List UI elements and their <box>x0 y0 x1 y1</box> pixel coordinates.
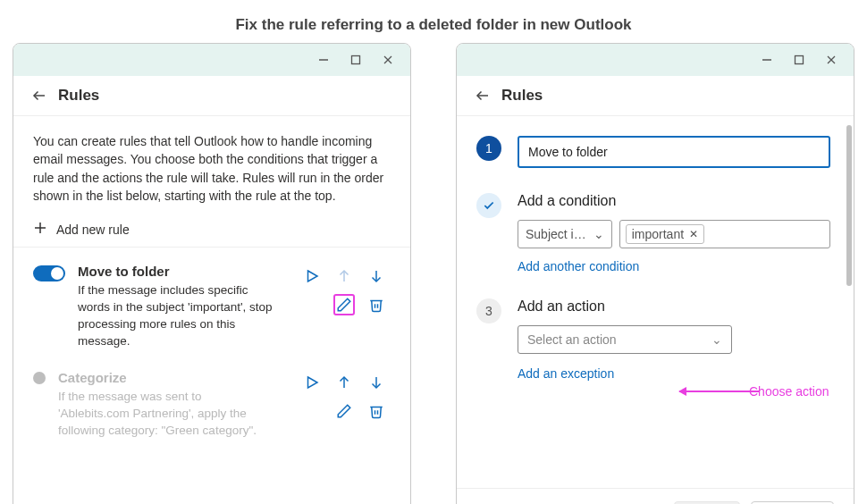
move-down-icon[interactable] <box>366 372 387 393</box>
rule-editor-window: Rules 1 Add a condition Subject i… <box>456 43 854 504</box>
step-badge-1: 1 <box>476 136 501 161</box>
window-titlebar <box>457 44 854 76</box>
back-arrow-icon[interactable] <box>31 88 47 104</box>
rule-toggle[interactable] <box>33 265 65 281</box>
edit-icon[interactable] <box>333 294 355 315</box>
remove-tag-icon[interactable]: ✕ <box>689 228 698 240</box>
condition-field-select[interactable]: Subject i… ⌄ <box>518 220 612 248</box>
rule-item: Categorize If the message was sent to 'A… <box>33 354 391 443</box>
svg-rect-18 <box>795 56 804 64</box>
move-down-icon[interactable] <box>366 265 387 287</box>
step-badge-check-icon <box>476 193 501 218</box>
plus-icon <box>33 221 47 238</box>
rule-name: Move to folder <box>78 264 289 279</box>
add-rule-button[interactable]: Add new rule <box>33 221 391 238</box>
panel-header: Rules <box>457 76 854 116</box>
edit-icon[interactable] <box>333 400 355 422</box>
minimize-icon[interactable] <box>761 54 773 66</box>
delete-icon[interactable] <box>366 400 387 422</box>
close-icon[interactable] <box>382 54 394 66</box>
condition-field-value: Subject i… <box>526 227 586 241</box>
run-icon[interactable] <box>301 265 323 287</box>
scrollbar[interactable] <box>846 125 852 286</box>
add-rule-label: Add new rule <box>56 223 130 237</box>
chevron-down-icon: ⌄ <box>711 332 722 347</box>
rule-description: If the message was sent to 'Ablebits.com… <box>58 389 264 440</box>
minimize-icon[interactable] <box>317 54 330 66</box>
action-select[interactable]: Select an action ⌄ <box>518 325 732 354</box>
window-titlebar <box>13 44 410 76</box>
action-select-placeholder: Select an action <box>527 332 617 347</box>
svg-marker-12 <box>308 377 318 388</box>
rule-description: If the message includes specific words i… <box>78 282 283 350</box>
annotation-arrow <box>679 391 760 392</box>
rules-list-window: Rules You can create rules that tell Out… <box>13 43 411 504</box>
condition-tag-label: important <box>632 227 684 241</box>
rule-item: Move to folder If the message includes s… <box>33 248 391 354</box>
rule-name: Categorize <box>58 370 289 385</box>
maximize-icon[interactable] <box>349 54 362 66</box>
rule-name-input[interactable] <box>518 136 830 168</box>
step-condition-title: Add a condition <box>518 193 830 209</box>
chevron-down-icon: ⌄ <box>593 227 604 241</box>
panel-title: Rules <box>58 87 99 105</box>
annotation-label: Choose action <box>749 384 829 399</box>
step-action-title: Add an action <box>518 298 830 315</box>
run-icon[interactable] <box>301 372 323 393</box>
back-arrow-icon[interactable] <box>475 88 491 104</box>
move-up-icon[interactable] <box>333 372 355 393</box>
delete-icon[interactable] <box>366 294 387 315</box>
move-up-icon <box>333 265 355 287</box>
rule-toggle[interactable] <box>33 372 46 384</box>
condition-tag: important ✕ <box>626 224 704 244</box>
svg-marker-7 <box>308 271 318 281</box>
page-title: Fix the rule referring to a deleted fold… <box>0 0 867 43</box>
editor-footer: Save Discard <box>457 488 854 504</box>
add-condition-link[interactable]: Add another condition <box>518 259 639 273</box>
add-exception-link[interactable]: Add an exception <box>518 366 614 381</box>
condition-value-input[interactable]: important ✕ <box>619 220 830 248</box>
svg-rect-1 <box>352 56 360 64</box>
panel-header: Rules <box>13 76 410 116</box>
rules-intro-text: You can create rules that tell Outlook h… <box>33 132 391 205</box>
step-badge-3: 3 <box>476 298 501 323</box>
close-icon[interactable] <box>825 54 838 66</box>
maximize-icon[interactable] <box>793 54 805 66</box>
panel-title: Rules <box>501 87 543 105</box>
